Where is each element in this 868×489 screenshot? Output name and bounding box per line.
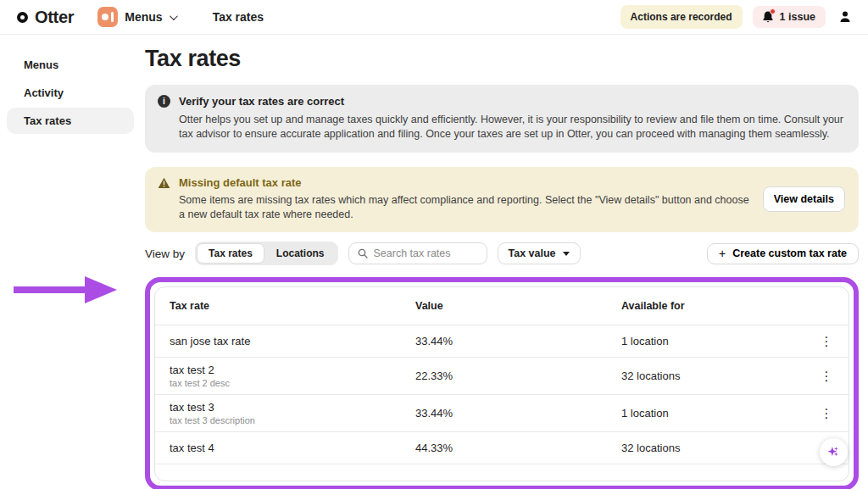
- row-kebab-menu-icon[interactable]: ⋮: [816, 370, 837, 382]
- search-box[interactable]: [348, 242, 487, 264]
- column-header-tax-rate: Tax rate: [170, 300, 415, 312]
- chevron-down-icon: [170, 12, 178, 20]
- sidebar: Menus Activity Tax rates: [0, 35, 144, 489]
- otter-logo: Otter: [17, 8, 74, 27]
- view-by-label: View by: [145, 247, 185, 260]
- tax-rate-available: 32 locations: [621, 370, 816, 382]
- warning-triangle-icon: [158, 177, 170, 189]
- tax-rate-description: tax test 3 description: [170, 415, 415, 425]
- annotation-arrow-icon: [14, 276, 117, 307]
- row-kebab-menu-icon[interactable]: ⋮: [816, 407, 837, 420]
- info-banner: i Verify your tax rates are correct Otte…: [145, 85, 859, 153]
- segment-locations[interactable]: Locations: [264, 243, 337, 264]
- tax-rate-name: san jose tax rate: [170, 335, 415, 347]
- tax-rate-available: 32 locations: [621, 442, 816, 454]
- plus-icon: +: [719, 247, 726, 260]
- app-switcher-menus[interactable]: Menus: [97, 7, 175, 27]
- issue-count-label: 1 issue: [780, 11, 815, 23]
- column-header-available-for: Available for: [621, 300, 816, 312]
- warning-banner-title: Missing default tax rate: [179, 176, 301, 189]
- view-details-button[interactable]: View details: [763, 186, 845, 212]
- sidebar-item-menus[interactable]: Menus: [7, 52, 134, 78]
- sidebar-item-activity[interactable]: Activity: [7, 80, 134, 106]
- sidebar-item-tax-rates[interactable]: Tax rates: [7, 108, 134, 134]
- table-row[interactable]: tax test 4 44.33% 32 locations ⋮: [155, 431, 849, 464]
- otter-logo-icon: [17, 12, 28, 23]
- table-row[interactable]: tax test 3 tax test 3 description 33.44%…: [155, 394, 849, 431]
- tax-rate-description: tax test 2 desc: [170, 378, 415, 388]
- actions-recorded-badge: Actions are recorded: [620, 5, 743, 29]
- sort-dropdown[interactable]: Tax value: [498, 242, 581, 264]
- column-header-value: Value: [415, 300, 621, 312]
- row-kebab-menu-icon[interactable]: ⋮: [816, 335, 837, 347]
- notification-dot: [770, 8, 776, 14]
- tax-rates-table: Tax rate Value Available for san jose ta…: [154, 286, 849, 481]
- view-by-segmented-control: Tax rates Locations: [195, 242, 337, 265]
- segment-tax-rates[interactable]: Tax rates: [197, 243, 264, 264]
- breadcrumb: Tax rates: [213, 10, 264, 24]
- create-button-label: Create custom tax rate: [732, 247, 847, 259]
- user-account-button[interactable]: [836, 8, 854, 26]
- tax-rate-value: 33.44%: [415, 407, 621, 420]
- menus-app-icon: [97, 7, 118, 27]
- highlight-frame: Tax rate Value Available for san jose ta…: [145, 277, 859, 489]
- tax-rate-value: 33.44%: [415, 335, 621, 347]
- tax-rate-name: tax test 4: [170, 442, 415, 454]
- table-header-row: Tax rate Value Available for: [155, 287, 849, 325]
- issues-notification-button[interactable]: 1 issue: [753, 6, 826, 28]
- otter-logo-text: Otter: [35, 8, 74, 27]
- page-title: Tax rates: [145, 46, 859, 72]
- sort-dropdown-label: Tax value: [509, 247, 556, 259]
- info-banner-title: Verify your tax rates are correct: [179, 95, 344, 108]
- tax-rate-name: tax test 3: [170, 401, 415, 414]
- table-row[interactable]: tax test 2 tax test 2 desc 22.33% 32 loc…: [155, 357, 849, 394]
- tax-rate-available: 1 location: [621, 335, 816, 347]
- warning-banner-body: Some items are missing tax rates which m…: [179, 193, 749, 222]
- sparkle-icon: [826, 445, 842, 460]
- warning-banner: Missing default tax rate Some items are …: [145, 167, 859, 232]
- table-row[interactable]: san jose tax rate 33.44% 1 location ⋮: [155, 325, 849, 357]
- bell-icon: [761, 10, 775, 24]
- info-icon: i: [158, 95, 170, 108]
- search-icon: [358, 248, 368, 258]
- search-input[interactable]: [374, 247, 476, 259]
- create-custom-tax-rate-button[interactable]: + Create custom tax rate: [707, 243, 859, 264]
- tax-rate-available: 1 location: [621, 407, 816, 420]
- info-banner-body: Otter helps you set up and manage taxes …: [179, 113, 845, 142]
- app-switcher-label: Menus: [125, 10, 162, 24]
- caret-down-icon: [563, 252, 570, 256]
- tax-rate-value: 22.33%: [415, 370, 621, 382]
- table-footer-spacer: [155, 464, 849, 481]
- filter-bar: View by Tax rates Locations Tax value + …: [145, 242, 859, 265]
- ai-assistant-button[interactable]: [820, 438, 848, 466]
- top-bar: Otter Menus Tax rates Actions are record…: [0, 0, 868, 35]
- tax-rate-value: 44.33%: [415, 442, 621, 454]
- main-content: Tax rates i Verify your tax rates are co…: [144, 35, 868, 489]
- tax-rate-name: tax test 2: [170, 364, 415, 376]
